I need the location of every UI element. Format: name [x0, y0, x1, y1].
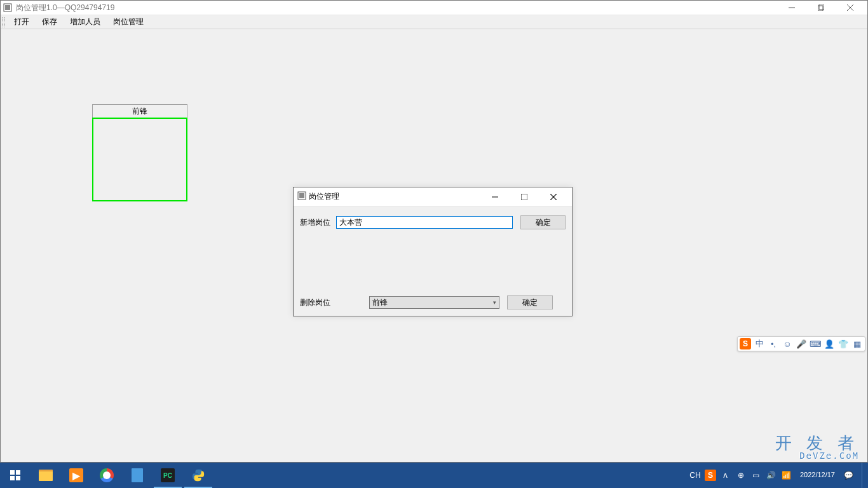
svg-rect-13 [10, 470, 15, 475]
ime-punct-icon[interactable]: •, [768, 338, 779, 349]
add-confirm-button[interactable]: 确定 [520, 215, 566, 229]
maximize-button[interactable] [806, 1, 836, 15]
main-window: 岗位管理1.0—QQ294794719 打开 保存 增加人员 岗位管理 前锋 [0, 0, 868, 463]
svg-rect-3 [818, 6, 823, 11]
dialog-close-button[interactable] [539, 188, 568, 206]
position-header[interactable]: 前锋 [92, 104, 187, 118]
main-content: 前锋 岗位管理 [1, 29, 867, 462]
tray-ime-icon[interactable]: S [705, 470, 716, 481]
position-box: 前锋 [92, 104, 187, 201]
dialog-window-controls [480, 188, 568, 206]
tray-lang[interactable]: CH [689, 470, 701, 481]
main-titlebar: 岗位管理1.0—QQ294794719 [1, 1, 867, 15]
add-position-label: 新增岗位 [300, 217, 332, 228]
svg-rect-1 [5, 5, 10, 10]
menu-grip[interactable] [2, 17, 5, 27]
menu-open[interactable]: 打开 [8, 15, 36, 29]
watermark-sub: DeVZe.CoM [775, 451, 859, 460]
svg-rect-4 [819, 4, 824, 10]
tray-clock[interactable]: 2022/12/17 [796, 471, 839, 479]
ime-toolbar[interactable]: S 中 •, ☺ 🎤 ⌨ 👤 👕 ▦ [737, 336, 865, 351]
dialog-titlebar[interactable]: 岗位管理 [294, 187, 572, 207]
menu-add-person[interactable]: 增加人员 [64, 15, 107, 29]
task-python-icon[interactable] [183, 463, 214, 488]
add-position-row: 新增岗位 确定 [300, 215, 566, 229]
ime-tool-icon[interactable]: ▦ [851, 338, 863, 349]
position-body[interactable] [92, 118, 187, 201]
tray-network-icon[interactable]: ⊕ [735, 470, 747, 481]
dialog-maximize-button[interactable] [510, 188, 539, 206]
svg-rect-16 [16, 476, 20, 480]
task-media-icon[interactable]: ▶ [61, 463, 92, 488]
delete-position-selected: 前锋 [372, 297, 388, 308]
minimize-button[interactable] [777, 1, 806, 15]
ime-skin-icon[interactable]: 👕 [837, 338, 849, 349]
svg-rect-14 [16, 470, 20, 475]
ime-keyboard-icon[interactable]: ⌨ [810, 338, 821, 349]
app-icon [3, 3, 12, 12]
task-notepad-icon[interactable] [122, 463, 153, 488]
watermark: 开 发 者 DeVZe.CoM [775, 435, 859, 460]
taskbar-left: ▶ PC [0, 463, 214, 488]
taskbar: ▶ PC CH S ʌ ⊕ ▭ 🔊 📶 2022/12/17 💬 [0, 463, 868, 488]
tray-volume-icon[interactable]: 🔊 [766, 470, 777, 481]
ime-lang-icon[interactable]: 中 [754, 338, 765, 349]
tray-battery-icon[interactable]: ▭ [750, 470, 762, 481]
svg-rect-10 [521, 194, 527, 200]
task-pycharm-icon[interactable]: PC [153, 463, 183, 488]
task-chrome-icon[interactable] [92, 463, 122, 488]
add-position-input[interactable] [336, 216, 513, 229]
dialog-title: 岗位管理 [309, 191, 480, 202]
show-desktop-button[interactable] [862, 463, 865, 488]
tray-wifi-icon[interactable]: 📶 [781, 470, 792, 481]
tray-notification-icon[interactable]: 💬 [843, 470, 854, 481]
menu-save[interactable]: 保存 [36, 15, 64, 29]
dialog-body: 新增岗位 确定 删除岗位 前锋 ▾ 确定 [294, 207, 572, 316]
tray-up-icon[interactable]: ʌ [720, 470, 731, 481]
watermark-main: 开 发 者 [775, 433, 859, 452]
ime-face-icon[interactable]: ☺ [782, 338, 793, 349]
ime-mic-icon[interactable]: 🎤 [796, 338, 807, 349]
dialog-icon [297, 191, 306, 203]
dialog-minimize-button[interactable] [480, 188, 510, 206]
taskbar-right: CH S ʌ ⊕ ▭ 🔊 📶 2022/12/17 💬 [689, 463, 868, 488]
svg-rect-8 [299, 193, 304, 198]
ime-user-icon[interactable]: 👤 [824, 338, 835, 349]
delete-position-select[interactable]: 前锋 ▾ [369, 296, 499, 309]
menu-position-manage[interactable]: 岗位管理 [107, 15, 150, 29]
delete-confirm-button[interactable]: 确定 [507, 295, 553, 309]
start-button[interactable] [0, 463, 31, 488]
task-explorer-icon[interactable] [31, 463, 61, 488]
tray-date: 2022/12/17 [800, 471, 835, 479]
menubar: 打开 保存 增加人员 岗位管理 [1, 15, 867, 29]
delete-position-row: 删除岗位 前锋 ▾ 确定 [300, 295, 566, 309]
chevron-down-icon: ▾ [493, 299, 496, 306]
main-window-title: 岗位管理1.0—QQ294794719 [16, 3, 777, 13]
position-manage-dialog: 岗位管理 新增岗位 确定 [293, 187, 573, 316]
svg-rect-15 [10, 476, 15, 480]
delete-position-label: 删除岗位 [300, 297, 333, 308]
main-window-controls [777, 1, 865, 15]
close-button[interactable] [836, 1, 865, 15]
ime-sogou-icon[interactable]: S [740, 338, 751, 349]
